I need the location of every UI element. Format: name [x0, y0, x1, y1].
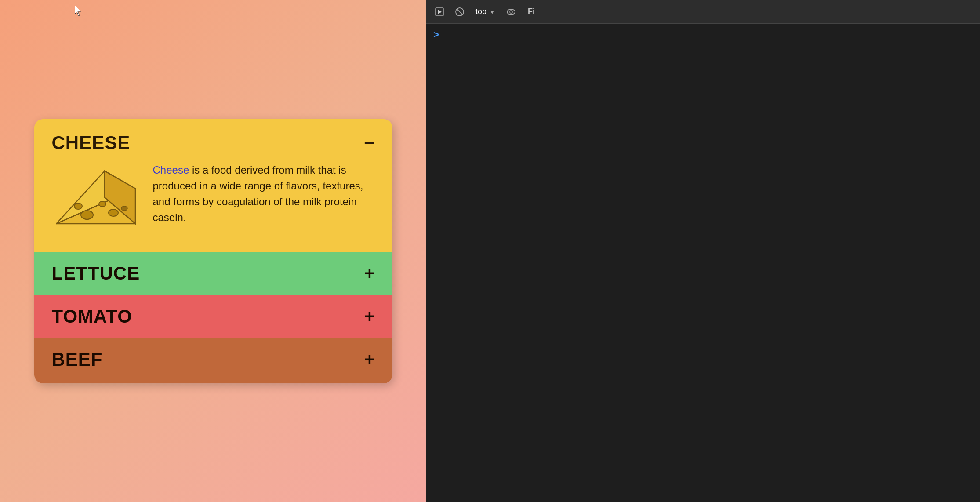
tomato-title: TOMATO	[52, 306, 132, 327]
devtools-panel: top ▼ Fi >	[426, 0, 980, 502]
svg-marker-9	[438, 10, 442, 14]
chevron-down-icon: ▼	[489, 8, 495, 15]
lettuce-toggle-button[interactable]: +	[364, 263, 374, 283]
svg-point-4	[109, 209, 118, 216]
cheese-link[interactable]: Cheese	[153, 164, 189, 176]
play-icon	[435, 7, 444, 17]
beef-toggle-button[interactable]: +	[364, 349, 374, 369]
left-panel: CHEESE −	[0, 0, 426, 502]
beef-section: BEEF +	[34, 338, 392, 383]
cheese-toggle-button[interactable]: −	[364, 134, 375, 152]
svg-line-11	[457, 9, 463, 15]
console-caret[interactable]: >	[433, 28, 973, 42]
mouse-cursor	[75, 5, 83, 17]
cheese-description: Cheese is a food derived from milk that …	[153, 162, 375, 226]
cheese-section: CHEESE −	[34, 119, 392, 252]
filter-button[interactable]: Fi	[523, 4, 539, 20]
visibility-button[interactable]	[503, 4, 519, 20]
tomato-section: TOMATO +	[34, 295, 392, 338]
accordion-card: CHEESE −	[34, 119, 392, 383]
cheese-section-header: CHEESE −	[52, 132, 375, 153]
tomato-section-header: TOMATO +	[52, 306, 375, 327]
tomato-toggle-button[interactable]: +	[364, 306, 374, 326]
svg-point-3	[81, 211, 93, 219]
block-button[interactable]	[452, 4, 468, 20]
block-icon	[455, 7, 465, 17]
beef-section-header: BEEF +	[52, 349, 375, 370]
svg-point-7	[121, 206, 127, 211]
lettuce-section-header: LETTUCE +	[52, 263, 375, 284]
eye-icon	[506, 7, 516, 17]
svg-point-12	[507, 9, 515, 15]
play-button[interactable]	[432, 4, 447, 20]
svg-point-6	[99, 201, 106, 207]
devtools-content: >	[426, 24, 980, 502]
lettuce-title: LETTUCE	[52, 263, 140, 284]
svg-point-5	[74, 203, 82, 209]
devtools-toolbar: top ▼ Fi	[426, 0, 980, 24]
lettuce-section: LETTUCE +	[34, 252, 392, 295]
selector-value: top	[475, 7, 486, 16]
cheese-illustration	[52, 162, 140, 233]
cheese-title: CHEESE	[52, 132, 131, 153]
cheese-content: Cheese is a food derived from milk that …	[52, 162, 375, 234]
filter-label: Fi	[528, 7, 535, 16]
context-selector[interactable]: top ▼	[472, 5, 499, 18]
cheese-image	[52, 162, 140, 234]
beef-title: BEEF	[52, 349, 103, 370]
svg-point-13	[510, 11, 512, 13]
